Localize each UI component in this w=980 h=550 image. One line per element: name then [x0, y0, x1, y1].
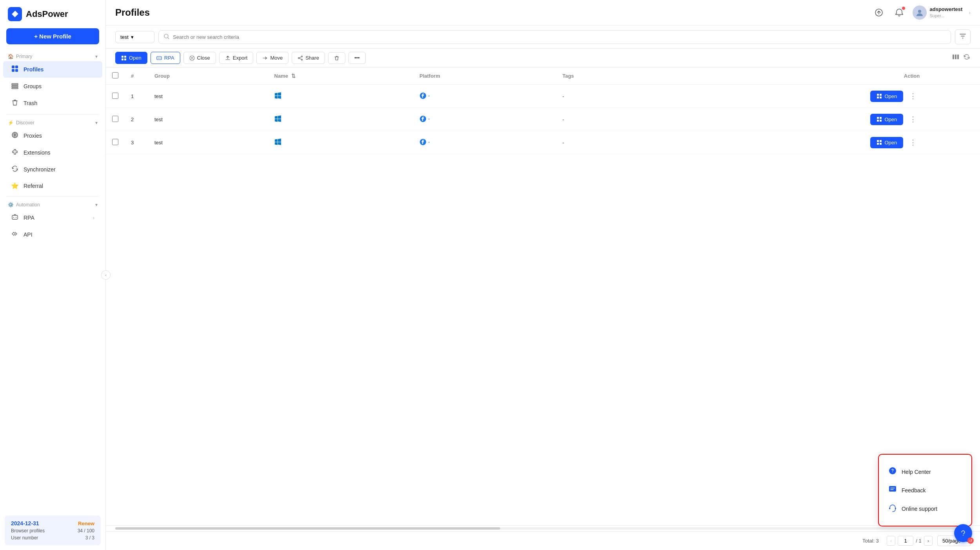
svg-rect-35 — [880, 117, 882, 119]
close-button-label: Close — [197, 55, 210, 61]
sidebar-item-rpa[interactable]: RPA › — [3, 209, 102, 226]
move-button[interactable]: Move — [256, 52, 289, 64]
filter-icon-button[interactable] — [955, 29, 971, 44]
sidebar-bottom-info: 2024-12-31 Renew Browser profiles 34 / 1… — [5, 515, 101, 545]
proxies-icon — [11, 131, 19, 140]
search-input[interactable] — [173, 34, 946, 40]
select-all-checkbox[interactable] — [112, 72, 118, 78]
svg-rect-42 — [880, 143, 882, 145]
row-2-dash: - — [428, 116, 430, 122]
export-button[interactable]: Export — [219, 52, 254, 64]
column-config-button[interactable] — [952, 53, 960, 63]
reload-button[interactable] — [963, 53, 971, 63]
more-button[interactable]: ••• — [348, 52, 366, 64]
row-3-more-button[interactable]: ⋮ — [906, 137, 920, 148]
footer: Total: 3 ‹ / 1 › 50/page — [106, 531, 980, 550]
scrollbar-thumb[interactable] — [115, 527, 500, 530]
row-1-more-button[interactable]: ⋮ — [906, 90, 920, 102]
svg-point-10 — [16, 217, 16, 218]
sidebar-item-groups-label: Groups — [24, 83, 42, 89]
sidebar-item-synchronizer-label: Synchronizer — [24, 166, 56, 173]
user-area[interactable]: adspowertest Super... — [913, 5, 963, 20]
user-number-label: User number — [11, 535, 38, 541]
sidebar-section-discover: ⚡ Discover ▾ — [0, 117, 105, 127]
feedback-item[interactable]: Feedback — [888, 481, 962, 499]
total-count: Total: 3 — [862, 538, 879, 544]
sidebar-collapse-button[interactable]: ‹ — [101, 270, 111, 280]
sidebar-item-trash-label: Trash — [24, 100, 37, 106]
row-2-open-button[interactable]: Open — [870, 114, 903, 125]
sidebar-item-profiles[interactable]: Profiles — [3, 61, 102, 78]
new-profile-button[interactable]: + New Profile — [6, 28, 99, 44]
row-2-more-button[interactable]: ⋮ — [906, 113, 920, 125]
row-1-open-button[interactable]: Open — [870, 91, 903, 102]
online-support-item[interactable]: Online support — [888, 499, 962, 518]
svg-rect-3 — [15, 69, 18, 72]
feedback-icon — [888, 485, 897, 495]
svg-rect-31 — [877, 97, 879, 98]
sidebar-item-extensions[interactable]: Extensions — [3, 144, 102, 161]
table-row: 2 test - - — [106, 108, 980, 131]
help-center-item[interactable]: Help Center — [888, 463, 962, 481]
open-button-label: Open — [129, 55, 142, 61]
row-1-open-label: Open — [884, 93, 897, 99]
extensions-icon — [11, 148, 19, 157]
groups-icon — [11, 82, 19, 91]
svg-rect-41 — [877, 143, 879, 145]
svg-rect-45 — [889, 486, 896, 492]
rpa-button-label: RPA — [164, 55, 174, 61]
row-3-dash: - — [428, 139, 430, 145]
sidebar-item-groups[interactable]: Groups — [3, 78, 102, 95]
api-icon — [11, 230, 19, 239]
sidebar-item-synchronizer[interactable]: Synchronizer — [3, 161, 102, 178]
delete-button[interactable] — [328, 52, 345, 64]
row-2-num: 2 — [131, 117, 134, 122]
close-button[interactable]: Close — [183, 52, 216, 64]
next-page-button[interactable]: › — [924, 536, 933, 546]
renew-link[interactable]: Renew — [78, 521, 94, 526]
logo-icon — [8, 7, 22, 21]
notification-bell-button[interactable] — [892, 5, 906, 20]
user-info: adspowertest Super... — [930, 6, 963, 18]
sidebar-item-api[interactable]: API — [3, 226, 102, 243]
prev-page-button[interactable]: ‹ — [887, 536, 895, 546]
share-button-label: Share — [305, 55, 319, 61]
row-2-open-label: Open — [884, 117, 897, 122]
sidebar-item-trash[interactable]: Trash — [3, 95, 102, 111]
group-select[interactable]: test ▾ — [115, 31, 154, 43]
sidebar-item-proxies[interactable]: Proxies — [3, 127, 102, 144]
scrollbar-track[interactable] — [115, 527, 971, 530]
help-badge: ↺ — [967, 537, 974, 544]
open-button[interactable]: Open — [115, 52, 147, 64]
svg-rect-40 — [880, 140, 882, 142]
search-input-wrapper — [158, 30, 951, 44]
svg-point-9 — [13, 217, 14, 218]
header-nav-arrow[interactable]: › — [969, 9, 971, 16]
row-3-social-icon: - — [419, 138, 430, 146]
help-toggle-button[interactable]: ↺ — [954, 524, 972, 542]
row-3-checkbox[interactable] — [112, 139, 118, 145]
col-tags: Tags — [563, 73, 574, 79]
svg-rect-30 — [880, 94, 882, 96]
col-num: # — [131, 73, 134, 79]
row-2-checkbox[interactable] — [112, 116, 118, 122]
row-3-open-button[interactable]: Open — [870, 137, 903, 148]
row-3-group: test — [154, 140, 163, 146]
upload-icon-button[interactable] — [872, 5, 886, 20]
col-name-sort[interactable]: ⇅ — [291, 73, 296, 79]
browser-profiles-label: Browser profiles — [11, 528, 45, 534]
row-2-group: test — [154, 117, 163, 122]
rpa-button[interactable]: RPA — [151, 52, 180, 64]
share-button[interactable]: Share — [292, 52, 325, 64]
svg-rect-27 — [957, 55, 959, 59]
expiry-date: 2024-12-31 — [11, 520, 39, 526]
row-3-tags: - — [563, 140, 564, 146]
page-input[interactable] — [898, 536, 913, 546]
search-icon — [163, 33, 170, 41]
svg-rect-29 — [877, 94, 879, 96]
svg-rect-15 — [124, 56, 126, 58]
group-select-value: test — [120, 34, 129, 40]
row-1-checkbox[interactable] — [112, 93, 118, 99]
sidebar-item-referral[interactable]: ⭐ Referral — [3, 178, 102, 193]
help-center-icon — [888, 466, 897, 477]
